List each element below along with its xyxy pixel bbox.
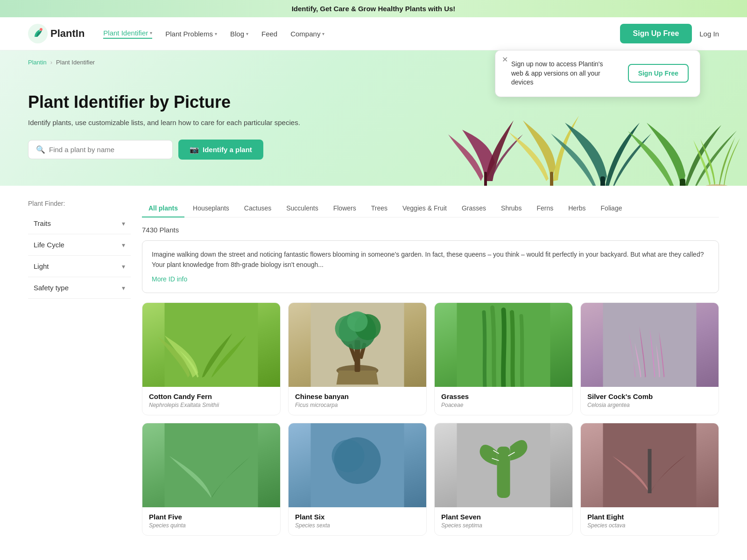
plant-card-5[interactable]: Plant Six Species sexta (288, 423, 427, 536)
login-button[interactable]: Log In (699, 30, 719, 38)
plant-card-body-7: Plant Eight Species octava (581, 507, 719, 535)
plant-card-3[interactable]: Silver Cock's Comb Celosia argentea (580, 302, 719, 415)
nav-company[interactable]: Company ▾ (290, 30, 324, 38)
chevron-down-icon: ▾ (246, 31, 248, 36)
plant-name-4: Plant Five (149, 513, 274, 521)
plant-image-3 (581, 303, 719, 387)
plant-card-body-1: Chinese banyan Ficus microcarpa (289, 387, 426, 415)
plant-latin-1: Ficus microcarpa (295, 402, 420, 408)
popup-close-button[interactable]: ✕ (502, 55, 508, 64)
nav-links: Plant Identifier ▾ Plant Problems ▾ Blog… (103, 29, 620, 39)
plant-card-body-5: Plant Six Species sexta (289, 507, 426, 535)
sidebar-filter-lifecycle[interactable]: Life Cycle ▾ (28, 234, 131, 256)
plant-card-body-2: Grasses Poaceae (435, 387, 572, 415)
plant-grid: Cotton Candy Fern Nephrolepis Exaltata S… (142, 302, 719, 536)
search-box: 🔍 (28, 140, 173, 159)
search-input[interactable] (49, 146, 165, 154)
plant-card-1[interactable]: Chinese banyan Ficus microcarpa (288, 302, 427, 415)
breadcrumb-current: Plant Identifier (56, 59, 95, 66)
hero-description: Identify plants, use customizable lists,… (28, 118, 308, 128)
breadcrumb-separator: › (50, 59, 52, 66)
tab-foliage[interactable]: Foliage (594, 200, 629, 217)
identify-button[interactable]: 📷 Identify a plant (178, 140, 263, 160)
plant-name-1: Chinese banyan (295, 392, 420, 400)
more-id-link[interactable]: More ID info (152, 274, 709, 284)
nav-feed[interactable]: Feed (261, 30, 277, 38)
plant-card-4[interactable]: Plant Five Species quinta (142, 423, 281, 536)
tab-veggies[interactable]: Veggies & Fruit (396, 200, 453, 217)
signup-button-nav[interactable]: Sign Up Free (620, 24, 692, 43)
nav-blog[interactable]: Blog ▾ (230, 30, 248, 38)
tab-houseplants[interactable]: Houseplants (186, 200, 236, 217)
signup-popup: ✕ Sign up now to access Plantin's web & … (495, 50, 700, 97)
tab-cactuses[interactable]: Cactuses (238, 200, 278, 217)
svg-rect-5 (680, 179, 685, 186)
hero-title: Plant Identifier by Picture (28, 92, 308, 112)
plant-image-1 (289, 303, 426, 387)
plant-name-3: Silver Cock's Comb (587, 392, 712, 400)
plant-latin-4: Species quinta (149, 522, 274, 529)
tab-ferns[interactable]: Ferns (530, 200, 560, 217)
tab-flowers[interactable]: Flowers (327, 200, 363, 217)
signup-button-popup[interactable]: Sign Up Free (628, 64, 689, 83)
chevron-down-icon: ▾ (322, 31, 324, 36)
nav-plant-problems[interactable]: Plant Problems ▾ (165, 30, 217, 38)
popup-text: Sign up now to access Plantin's web & ap… (507, 60, 617, 87)
hero-search-row: 🔍 📷 Identify a plant (28, 140, 308, 160)
camera-icon: 📷 (190, 145, 199, 154)
plant-card-6[interactable]: Plant Seven Species septima (434, 423, 573, 536)
main-container: Plant Finder: Traits ▾ Life Cycle ▾ Ligh… (0, 186, 747, 550)
plant-latin-0: Nephrolepis Exaltata Smithii (149, 402, 274, 408)
tab-trees[interactable]: Trees (365, 200, 394, 217)
svg-point-6 (703, 184, 731, 186)
chevron-down-icon: ▾ (122, 284, 125, 292)
plant-image-6 (435, 423, 572, 507)
plant-card-body-4: Plant Five Species quinta (142, 507, 280, 535)
svg-rect-2 (484, 172, 487, 186)
svg-point-16 (347, 311, 368, 332)
plant-image-5 (289, 423, 426, 507)
plant-name-6: Plant Seven (441, 513, 566, 521)
svg-rect-3 (550, 172, 553, 186)
chevron-down-icon: ▾ (150, 30, 152, 35)
plant-name-0: Cotton Candy Fern (149, 392, 274, 400)
chevron-down-icon: ▾ (122, 220, 125, 227)
sidebar-filter-light[interactable]: Light ▾ (28, 256, 131, 277)
chevron-down-icon: ▾ (122, 241, 125, 249)
breadcrumb: Plantin › Plant Identifier (0, 50, 123, 66)
plant-image-2 (435, 303, 572, 387)
plant-name-2: Grasses (441, 392, 566, 400)
breadcrumb-home[interactable]: Plantin (28, 59, 47, 66)
plant-image-4 (142, 423, 280, 507)
banner-text: Identify, Get Care & Grow Healthy Plants… (292, 5, 456, 13)
sidebar-filter-traits[interactable]: Traits ▾ (28, 213, 131, 234)
logo[interactable]: PlantIn (28, 24, 85, 43)
top-banner: Identify, Get Care & Grow Healthy Plants… (0, 0, 747, 17)
nav-actions: Sign Up Free Log In (620, 24, 719, 43)
plant-count: 7430 Plants (142, 226, 719, 234)
tab-grasses[interactable]: Grasses (455, 200, 493, 217)
plant-card-body-3: Silver Cock's Comb Celosia argentea (581, 387, 719, 415)
chevron-down-icon: ▾ (215, 31, 217, 36)
plant-card-2[interactable]: Grasses Poaceae (434, 302, 573, 415)
info-box-text: Imagine walking down the street and noti… (152, 251, 704, 268)
tab-shrubs[interactable]: Shrubs (494, 200, 528, 217)
nav-plant-identifier[interactable]: Plant Identifier ▾ (103, 29, 152, 39)
tab-herbs[interactable]: Herbs (562, 200, 592, 217)
navbar: PlantIn Plant Identifier ▾ Plant Problem… (0, 17, 747, 50)
svg-rect-4 (600, 176, 605, 186)
plant-latin-6: Species septima (441, 522, 566, 529)
plant-name-7: Plant Eight (587, 513, 712, 521)
plant-card-7[interactable]: Plant Eight Species octava (580, 423, 719, 536)
tab-all-plants[interactable]: All plants (142, 200, 184, 217)
sidebar-filter-safety[interactable]: Safety type ▾ (28, 277, 131, 299)
plant-latin-2: Poaceae (441, 402, 566, 408)
svg-point-22 (332, 440, 365, 472)
plant-card-0[interactable]: Cotton Candy Fern Nephrolepis Exaltata S… (142, 302, 281, 415)
search-icon: 🔍 (36, 145, 45, 154)
plant-name-5: Plant Six (295, 513, 420, 521)
svg-point-1 (40, 28, 42, 31)
svg-rect-18 (603, 303, 697, 387)
tab-succulents[interactable]: Succulents (280, 200, 324, 217)
plant-card-body-6: Plant Seven Species septima (435, 507, 572, 535)
